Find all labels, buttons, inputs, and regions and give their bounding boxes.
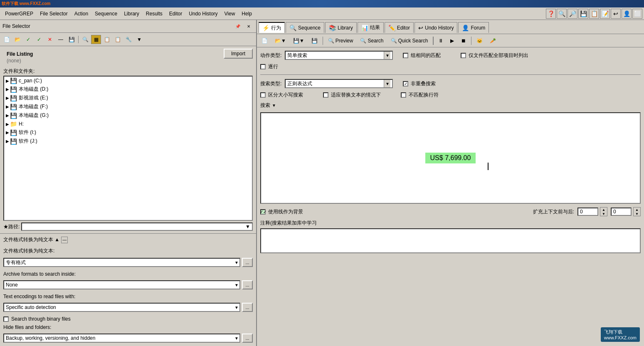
tab-editor[interactable]: ✏️ Editor xyxy=(385,22,414,33)
context-after-up[interactable]: ▲ xyxy=(634,208,640,212)
props-btn[interactable]: 🔧 xyxy=(123,35,133,44)
icon-btn-5[interactable]: 📝 xyxy=(600,9,610,19)
tree-item-g[interactable]: ▶ 💾 本地磁盘 (G:) xyxy=(4,111,252,120)
tree-item-c[interactable]: ▶ 💾 c_pan (C:) xyxy=(4,77,252,85)
stop-btn[interactable]: ⏹ xyxy=(458,36,469,46)
carrot-btn[interactable]: 🥕 xyxy=(487,36,499,46)
icon-btn-3[interactable]: 💾 xyxy=(578,9,588,19)
tree-item-j[interactable]: ▶ 💾 软件 (J:) xyxy=(4,137,252,146)
encoding-ellipsis-btn[interactable]: ... xyxy=(242,303,253,312)
hide-dropdown[interactable]: Backup, working, versioning, and hidden … xyxy=(3,334,240,343)
context-after-input[interactable]: 0 xyxy=(611,208,632,216)
tree-item-h[interactable]: ▶ 📁 H: xyxy=(4,120,252,128)
open-action-btn[interactable]: 📂▼ xyxy=(272,36,289,46)
new-action-btn[interactable]: 📄 xyxy=(259,36,271,46)
import-button[interactable]: Import xyxy=(224,49,253,59)
help-icon-btn[interactable]: ❓ xyxy=(546,9,556,19)
close-left-panel[interactable]: ✕ xyxy=(244,22,254,31)
cat-btn[interactable]: 🐱 xyxy=(474,36,486,46)
action-type-dropdown-btn[interactable]: ▼ xyxy=(384,52,390,59)
icon-btn-2[interactable]: 🔎 xyxy=(568,9,577,19)
tab-action[interactable]: ⚡ 行为 xyxy=(259,22,285,33)
format-ellipsis-btn[interactable]: ... xyxy=(242,258,253,267)
uncheck-btn[interactable]: ✕ xyxy=(45,35,55,44)
archive-ellipsis-btn[interactable]: ... xyxy=(242,280,253,289)
step-cb[interactable] xyxy=(260,64,266,69)
tree-item-f[interactable]: ▶ 💾 本地磁盘 (F:) xyxy=(4,102,252,111)
play-btn[interactable]: ▶ xyxy=(447,36,457,46)
binary-checkbox[interactable] xyxy=(3,316,9,322)
comment-textarea[interactable] xyxy=(260,228,641,253)
tab-undo-history[interactable]: ↩ Undo History xyxy=(415,22,457,33)
menu-action[interactable]: Action xyxy=(71,10,91,18)
menu-toolbar-icons: ❓ 🔍 🔎 💾 📋 📝 ↩ 👤 ⬜ xyxy=(546,9,642,19)
tab-results[interactable]: 📊 结果 xyxy=(358,22,384,33)
search-expand-arrow[interactable]: ▼ xyxy=(272,103,276,108)
preview-btn[interactable]: 🔍 Preview xyxy=(325,36,356,46)
adapt-cb[interactable] xyxy=(323,92,328,98)
case-sensitive-cb[interactable] xyxy=(260,92,266,98)
more-btn[interactable]: ▼ xyxy=(134,35,144,44)
use-lines-cb[interactable]: ✓ xyxy=(260,209,266,215)
context-after-down[interactable]: ▼ xyxy=(634,212,640,216)
search-btn[interactable]: 🔍 Search xyxy=(357,36,386,46)
new-btn[interactable]: 📄 xyxy=(2,35,12,44)
icon-btn-8[interactable]: ⬜ xyxy=(632,9,642,19)
saveas-action-btn[interactable]: 💾 xyxy=(308,36,321,46)
path-dropdown[interactable]: ▼ xyxy=(21,222,253,231)
non-overlap-cb[interactable] xyxy=(403,81,408,86)
hide-ellipsis-btn[interactable]: ... xyxy=(242,334,253,343)
icon-btn-1[interactable]: 🔍 xyxy=(557,9,567,19)
menu-file-selector[interactable]: File Selector xyxy=(37,10,71,18)
search-type-combo[interactable]: 正则表达式 ▼ xyxy=(285,79,393,88)
menu-help[interactable]: Help xyxy=(238,10,255,18)
search-type-dropdown-btn[interactable]: ▼ xyxy=(384,80,390,87)
file-match-cb[interactable] xyxy=(461,53,466,58)
archive-dropdown[interactable]: None ▼ xyxy=(3,280,240,289)
tab-library[interactable]: 📚 Library xyxy=(325,22,357,33)
no-match-newline-cb[interactable] xyxy=(401,92,406,98)
context-before-down[interactable]: ▼ xyxy=(600,212,607,216)
menu-powergrep[interactable]: PowerGREP xyxy=(2,10,37,18)
tab-sequence[interactable]: 🔍 Sequence xyxy=(286,22,324,33)
pin-button[interactable]: 📌 xyxy=(233,22,243,31)
format-dropdown[interactable]: 专有格式 ▼ xyxy=(3,258,240,267)
tab-library-label: Library xyxy=(338,25,353,31)
tree-item-i[interactable]: ▶ 💾 软件 (I:) xyxy=(4,128,252,137)
tree-item-d[interactable]: ▶ 💾 本地磁盘 (D:) xyxy=(4,85,252,94)
right-content-scroll[interactable]: 动作类型: 简单搜索 ▼ 组相同的匹配 仅文件匹配全部项目时列出 xyxy=(257,47,644,346)
quick-search-btn[interactable]: 🔍 Quick Search xyxy=(388,36,431,46)
check-btn[interactable]: ✓ xyxy=(34,35,44,44)
save-action-btn[interactable]: 💾▼ xyxy=(290,36,307,46)
context-before-up[interactable]: ▲ xyxy=(600,208,607,212)
search-text-area[interactable]: US$ 7,699.00 xyxy=(260,112,641,204)
menu-view[interactable]: View xyxy=(221,10,239,18)
pause-btn[interactable]: ⏸ xyxy=(435,36,446,46)
menu-editor[interactable]: Editor xyxy=(166,10,185,18)
icon-btn-6[interactable]: ↩ xyxy=(611,9,621,19)
save-btn[interactable]: 💾 xyxy=(67,35,76,44)
editor-tab-icon: ✏️ xyxy=(388,25,395,31)
open-btn[interactable]: 📂 xyxy=(12,35,22,44)
grid-btn[interactable]: ▦ xyxy=(91,35,101,44)
icon-btn-7[interactable]: 👤 xyxy=(622,9,632,19)
encoding-dropdown[interactable]: Specific auto detection ▼ xyxy=(3,303,240,312)
menu-results[interactable]: Results xyxy=(143,10,166,18)
action-type-combo[interactable]: 简单搜索 ▼ xyxy=(285,51,393,60)
file-tree[interactable]: ▶ 💾 c_pan (C:) ▶ 💾 本地磁盘 (D:) ▶ 💾 影视游戏 (E… xyxy=(3,76,253,221)
icon-btn-4[interactable]: 📋 xyxy=(589,9,599,19)
search-files-btn[interactable]: 🔍 xyxy=(80,35,90,44)
context-before-input[interactable]: 0 xyxy=(577,208,598,216)
tab-forum[interactable]: 👤 Forum xyxy=(458,22,489,33)
format-section-label: 文件格式转换为纯文本 ▲ xyxy=(3,236,59,243)
menu-undo-history[interactable]: Undo History xyxy=(185,10,221,18)
check-all-btn[interactable]: ✓ xyxy=(23,35,33,44)
collapse-button[interactable]: — xyxy=(61,237,68,243)
menu-library[interactable]: Library xyxy=(121,10,143,18)
copy-btn[interactable]: 📋 xyxy=(102,35,112,44)
tree-item-e[interactable]: ▶ 💾 影视游戏 (E:) xyxy=(4,94,252,102)
menu-sequence[interactable]: Sequence xyxy=(91,10,121,18)
group-match-cb[interactable] xyxy=(403,53,408,58)
dash-btn[interactable]: — xyxy=(56,35,66,44)
paste-btn[interactable]: 📋 xyxy=(113,35,123,44)
